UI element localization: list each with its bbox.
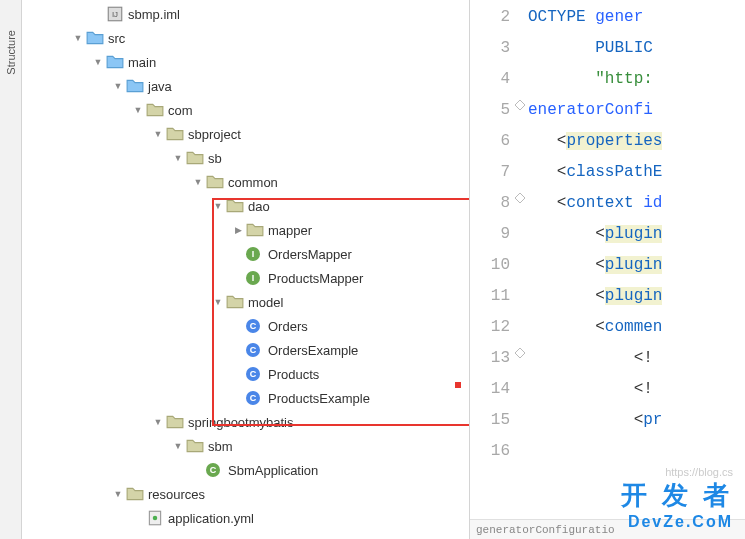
- code-line[interactable]: "http:: [528, 64, 745, 95]
- package-icon: [226, 198, 244, 214]
- expand-arrow-icon[interactable]: [170, 150, 186, 166]
- code-line[interactable]: <pr: [528, 405, 745, 436]
- class-icon: C: [246, 319, 260, 333]
- code-line[interactable]: <plugin: [528, 219, 745, 250]
- svg-point-3: [153, 516, 158, 521]
- tree-item[interactable]: sb: [22, 146, 469, 170]
- code-editor[interactable]: 2345678910111213141516 OCTYPE gener PUBL…: [470, 0, 745, 539]
- tree-item[interactable]: src: [22, 26, 469, 50]
- tree-item[interactable]: springbootmybatis: [22, 410, 469, 434]
- expand-arrow-icon[interactable]: [110, 78, 126, 94]
- tree-item-label: sb: [208, 151, 222, 166]
- code-line[interactable]: <plugin: [528, 281, 745, 312]
- line-number: 14: [470, 374, 510, 405]
- tree-item-label: ProductsExample: [268, 391, 370, 406]
- package-icon: [146, 102, 164, 118]
- arrow-none: [230, 390, 246, 406]
- tree-item-label: model: [248, 295, 283, 310]
- tree-item[interactable]: COrdersExample: [22, 338, 469, 362]
- package-icon: [186, 150, 204, 166]
- gutter-marker-icon: [514, 192, 526, 204]
- tree-item[interactable]: IProductsMapper: [22, 266, 469, 290]
- spring-class-icon: C: [206, 463, 220, 477]
- expand-arrow-icon[interactable]: [230, 222, 246, 238]
- expand-arrow-icon[interactable]: [70, 30, 86, 46]
- package-icon: [206, 174, 224, 190]
- package-icon: [226, 294, 244, 310]
- tree-item[interactable]: sbm: [22, 434, 469, 458]
- line-number: 15: [470, 405, 510, 436]
- expand-arrow-icon[interactable]: [210, 198, 226, 214]
- arrow-none: [90, 6, 106, 22]
- editor-breadcrumb[interactable]: generatorConfiguratio: [470, 519, 745, 539]
- tree-item[interactable]: model: [22, 290, 469, 314]
- tree-item[interactable]: CSbmApplication: [22, 458, 469, 482]
- tree-item[interactable]: mapper: [22, 218, 469, 242]
- package-icon: [166, 126, 184, 142]
- tree-item[interactable]: resources: [22, 482, 469, 506]
- code-line[interactable]: [528, 436, 745, 467]
- tree-item[interactable]: main: [22, 50, 469, 74]
- tree-item[interactable]: java: [22, 74, 469, 98]
- expand-arrow-icon[interactable]: [90, 54, 106, 70]
- expand-arrow-icon[interactable]: [150, 126, 166, 142]
- code-line[interactable]: <commen: [528, 312, 745, 343]
- code-line[interactable]: <!: [528, 343, 745, 374]
- expand-arrow-icon[interactable]: [190, 174, 206, 190]
- tree-item[interactable]: CProducts: [22, 362, 469, 386]
- line-number: 12: [470, 312, 510, 343]
- tree-item-label: ProductsMapper: [268, 271, 363, 286]
- tree-item-label: Products: [268, 367, 319, 382]
- tree-item[interactable]: application.yml: [22, 506, 469, 530]
- tree-item-label: OrdersMapper: [268, 247, 352, 262]
- code-line[interactable]: PUBLIC: [528, 33, 745, 64]
- tree-item-label: sbproject: [188, 127, 241, 142]
- line-number: 8: [470, 188, 510, 219]
- package-icon: [246, 222, 264, 238]
- line-number: 7: [470, 157, 510, 188]
- tree-item-label: SbmApplication: [228, 463, 318, 478]
- tree-item[interactable]: COrders: [22, 314, 469, 338]
- code-line[interactable]: <context id: [528, 188, 745, 219]
- expand-arrow-icon[interactable]: [150, 414, 166, 430]
- line-number: 5: [470, 95, 510, 126]
- src-folder-icon: [86, 30, 104, 46]
- arrow-none: [230, 342, 246, 358]
- tree-item[interactable]: CProductsExample: [22, 386, 469, 410]
- code-line[interactable]: eneratorConfi: [528, 95, 745, 126]
- line-number: 6: [470, 126, 510, 157]
- code-line[interactable]: <properties: [528, 126, 745, 157]
- code-line[interactable]: <!: [528, 374, 745, 405]
- line-number: 3: [470, 33, 510, 64]
- expand-arrow-icon[interactable]: [170, 438, 186, 454]
- expand-arrow-icon[interactable]: [130, 102, 146, 118]
- tree-item-label: application.yml: [168, 511, 254, 526]
- line-number: 13: [470, 343, 510, 374]
- line-number: 4: [470, 64, 510, 95]
- arrow-none: [230, 366, 246, 382]
- line-number: 9: [470, 219, 510, 250]
- structure-sidebar-tab[interactable]: Structure: [0, 0, 22, 539]
- code-line[interactable]: <plugin: [528, 250, 745, 281]
- code-content[interactable]: OCTYPE gener PUBLIC "http:eneratorConfi …: [528, 0, 745, 539]
- line-number: 16: [470, 436, 510, 467]
- project-tree-panel: IJsbmp.imlsrcmainjavacomsbprojectsbcommo…: [22, 0, 470, 539]
- tree-item-label: springbootmybatis: [188, 415, 294, 430]
- line-number: 10: [470, 250, 510, 281]
- code-line[interactable]: <classPathE: [528, 157, 745, 188]
- tree-item[interactable]: common: [22, 170, 469, 194]
- tree-item[interactable]: com: [22, 98, 469, 122]
- tree-item[interactable]: sbproject: [22, 122, 469, 146]
- package-icon: [166, 414, 184, 430]
- line-number: 2: [470, 2, 510, 33]
- package-icon: [186, 438, 204, 454]
- code-line[interactable]: OCTYPE gener: [528, 2, 745, 33]
- tree-item-label: sbmp.iml: [128, 7, 180, 22]
- tree-item[interactable]: dao: [22, 194, 469, 218]
- expand-arrow-icon[interactable]: [110, 486, 126, 502]
- tree-item-label: main: [128, 55, 156, 70]
- tree-item[interactable]: IJsbmp.iml: [22, 2, 469, 26]
- tree-item[interactable]: IOrdersMapper: [22, 242, 469, 266]
- expand-arrow-icon[interactable]: [210, 294, 226, 310]
- tree-item-label: src: [108, 31, 125, 46]
